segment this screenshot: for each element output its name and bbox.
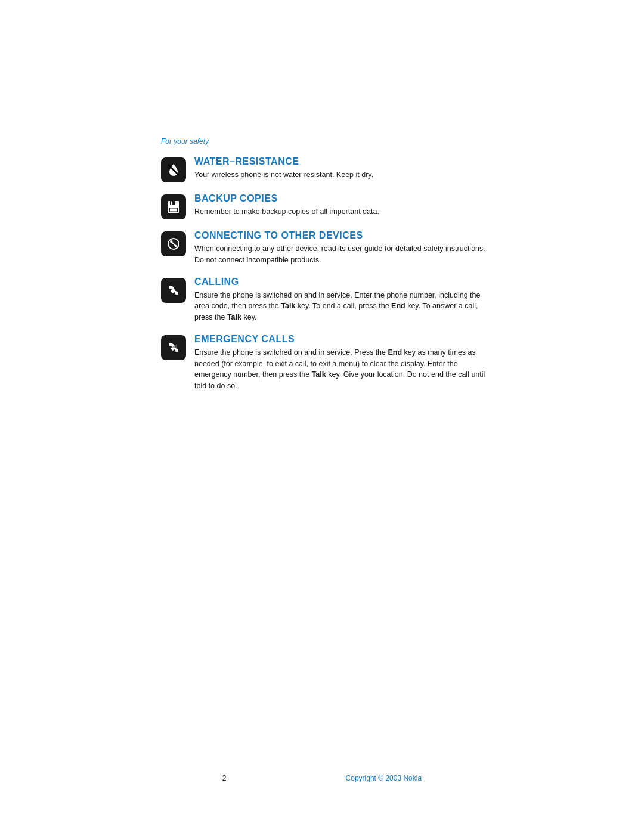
calling-content: CALLING Ensure the phone is switched on … <box>194 277 495 323</box>
section-water-resistance: WATER–RESISTANCE Your wireless phone is … <box>161 156 495 182</box>
backup-copies-body: Remember to make backup copies of all im… <box>194 206 495 218</box>
connecting-title: CONNECTING TO OTHER DEVICES <box>194 230 495 241</box>
section-emergency: SOS EMERGENCY CALLS Ensure the phone is … <box>161 334 495 392</box>
svg-point-8 <box>175 245 177 247</box>
water-resistance-body: Your wireless phone is not water-resista… <box>194 169 495 181</box>
water-resistance-content: WATER–RESISTANCE Your wireless phone is … <box>194 156 495 181</box>
connect-icon-svg <box>166 236 181 252</box>
footer: 2 Copyright © 2003 Nokia <box>0 774 644 782</box>
svg-rect-5 <box>170 209 177 212</box>
connecting-body: When connecting to any other device, rea… <box>194 243 495 266</box>
emergency-body: Ensure the phone is switched on and in s… <box>194 347 495 392</box>
backup-copies-icon <box>161 194 186 219</box>
backup-copies-title: BACKUP COPIES <box>194 193 495 204</box>
section-backup-copies: BACKUP COPIES Remember to make backup co… <box>161 193 495 219</box>
water-resistance-title: WATER–RESISTANCE <box>194 156 495 167</box>
water-icon-svg <box>166 162 181 178</box>
calling-icon <box>161 278 186 303</box>
page-number: 2 <box>222 774 227 782</box>
svg-point-7 <box>170 240 172 243</box>
svg-text:SOS: SOS <box>171 345 177 348</box>
svg-rect-3 <box>171 202 172 205</box>
backup-icon-svg <box>166 199 181 215</box>
section-calling: CALLING Ensure the phone is switched on … <box>161 277 495 323</box>
copyright: Copyright © 2003 Nokia <box>346 774 422 782</box>
emergency-icon: SOS <box>161 335 186 360</box>
safety-label: For your safety <box>161 137 495 145</box>
connecting-content: CONNECTING TO OTHER DEVICES When connect… <box>194 230 495 266</box>
water-resistance-icon <box>161 157 186 182</box>
emergency-content: EMERGENCY CALLS Ensure the phone is swit… <box>194 334 495 392</box>
content-area: For your safety WATER–RESISTANCE Your wi… <box>161 137 495 402</box>
page: For your safety WATER–RESISTANCE Your wi… <box>0 0 644 833</box>
section-connecting: CONNECTING TO OTHER DEVICES When connect… <box>161 230 495 266</box>
backup-copies-content: BACKUP COPIES Remember to make backup co… <box>194 193 495 218</box>
emergency-title: EMERGENCY CALLS <box>194 334 495 345</box>
connecting-icon <box>161 231 186 256</box>
sos-icon-svg: SOS <box>166 340 181 355</box>
calling-body: Ensure the phone is switched on and in s… <box>194 290 495 323</box>
calling-title: CALLING <box>194 277 495 287</box>
phone-icon-svg <box>166 283 181 298</box>
